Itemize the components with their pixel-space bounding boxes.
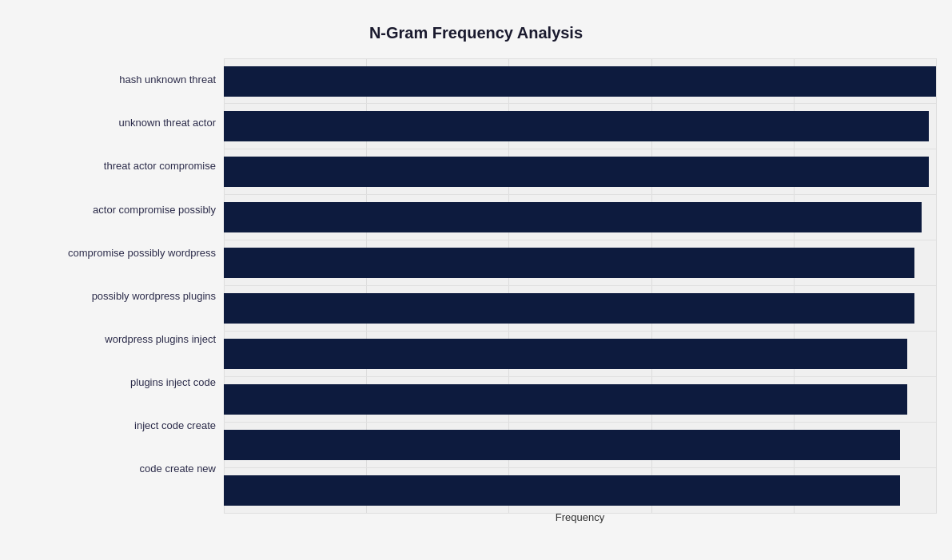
y-label: threat actor compromise bbox=[16, 145, 216, 188]
y-label: possibly wordpress plugins bbox=[16, 274, 216, 317]
bar bbox=[224, 430, 900, 460]
bar-row bbox=[224, 104, 936, 149]
bars-section bbox=[224, 58, 936, 514]
bar bbox=[224, 66, 936, 97]
bar bbox=[224, 475, 900, 506]
bar-row bbox=[224, 195, 936, 240]
y-label: hash unknown threat bbox=[16, 58, 216, 101]
bar-row bbox=[224, 286, 936, 332]
y-label: code create new bbox=[16, 447, 216, 490]
bar-row bbox=[224, 149, 936, 195]
y-label: unknown threat actor bbox=[16, 101, 216, 145]
grid-line bbox=[936, 58, 937, 514]
bar bbox=[224, 202, 922, 232]
bar bbox=[224, 111, 929, 141]
bar-row bbox=[224, 332, 936, 377]
chart-title: N-Gram Frequency Analysis bbox=[16, 16, 936, 42]
bar bbox=[224, 248, 914, 278]
y-axis-labels: hash unknown threatunknown threat actort… bbox=[16, 58, 224, 490]
bar-row bbox=[224, 468, 936, 514]
bar bbox=[224, 157, 929, 187]
bar-row bbox=[224, 377, 936, 423]
bar bbox=[224, 339, 907, 369]
y-label: plugins inject code bbox=[16, 361, 216, 404]
bar-row bbox=[224, 240, 936, 286]
y-label: actor compromise possibly bbox=[16, 188, 216, 231]
bar-row bbox=[224, 423, 936, 468]
y-label: inject code create bbox=[16, 404, 216, 447]
bar bbox=[224, 293, 914, 324]
bar-row bbox=[224, 58, 936, 104]
y-label: wordpress plugins inject bbox=[16, 318, 216, 361]
chart-container: N-Gram Frequency Analysis hash unknown t… bbox=[0, 0, 952, 560]
chart-area: hash unknown threatunknown threat actort… bbox=[16, 58, 936, 490]
bar bbox=[224, 384, 907, 415]
y-label: compromise possibly wordpress bbox=[16, 231, 216, 274]
